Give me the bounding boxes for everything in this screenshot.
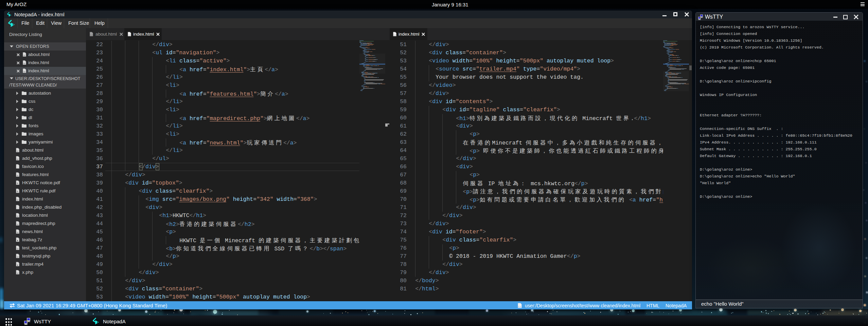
svg-text:A: A — [17, 182, 18, 185]
svg-text:A: A — [17, 190, 18, 193]
